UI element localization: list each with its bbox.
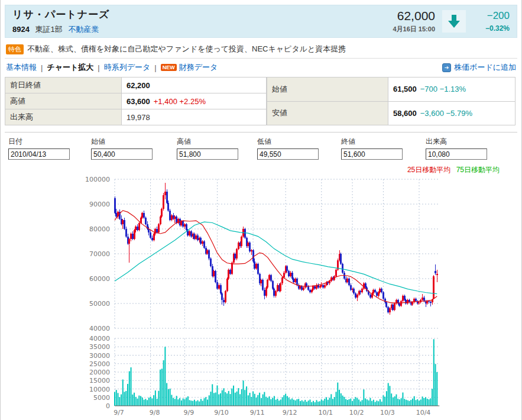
svg-text:20000: 20000 — [89, 369, 110, 376]
high-value: 63,600 — [127, 97, 150, 106]
quote-header: リサ・パートナーズ 8924 東証1部 不動産業 62,000 4月16日 15… — [5, 5, 517, 38]
tab-chart-enlarge[interactable]: チャート拡大 — [47, 62, 93, 73]
table-row: 始値 61,500−700 −1.13% — [267, 77, 515, 102]
svg-text:100000: 100000 — [85, 176, 110, 183]
tab-basic-info[interactable]: 基本情報 — [6, 62, 37, 73]
svg-text:70000: 70000 — [89, 250, 110, 258]
summary-table-left: 前日終値 62,200 高値 63,600+1,400 +2.25% 出来高 1… — [5, 77, 267, 125]
date-column: 日付 — [8, 137, 91, 160]
svg-text:9/8: 9/8 — [150, 409, 160, 416]
feature-badge: 特色 — [6, 44, 24, 54]
prev-close-label: 前日終値 — [5, 77, 122, 93]
table-row: 高値 63,600+1,400 +2.25% — [5, 93, 267, 109]
candlestick-volume-chart: 1000009000080000700006000050000400004000… — [5, 175, 517, 418]
nav-separator: | — [98, 63, 99, 72]
price-change: −200 — [473, 10, 510, 22]
open-column: 始値 — [91, 137, 177, 160]
svg-text:35000: 35000 — [89, 343, 110, 351]
svg-text:10/4: 10/4 — [416, 409, 431, 416]
low-input[interactable] — [257, 148, 319, 160]
add-board-area: ➔ 株価ボードに追加 — [442, 62, 516, 73]
svg-text:10/2: 10/2 — [349, 409, 364, 416]
stock-chart: 1000009000080000700006000050000400004000… — [5, 175, 517, 419]
ma75-legend-label: 75日移動平均 — [456, 166, 500, 174]
table-row: 出来高 19,978 — [5, 109, 267, 125]
volume-input[interactable] — [426, 148, 487, 160]
new-badge: NEW — [161, 64, 177, 71]
code-line: 8924 東証1部 不動産業 — [12, 24, 109, 35]
volume-label: 出来高 — [5, 109, 122, 125]
svg-text:9/12: 9/12 — [283, 409, 297, 416]
ma-legend: 25日移動平均 75日移動平均 — [5, 165, 517, 175]
svg-text:90000: 90000 — [89, 201, 110, 208]
close-column: 終値 — [341, 137, 426, 160]
high-input-label: 高値 — [177, 137, 257, 147]
volume-value: 19,978 — [127, 113, 150, 122]
company-block: リサ・パートナーズ 8924 東証1部 不動産業 — [12, 8, 109, 35]
low-value: 58,600 — [393, 109, 417, 118]
svg-text:25000: 25000 — [89, 360, 110, 368]
svg-text:9/9: 9/9 — [184, 409, 194, 416]
table-row: 安値 58,600−3,600 −5.79% — [267, 101, 515, 125]
high-column: 高値 — [177, 137, 257, 160]
date-input[interactable] — [8, 148, 70, 160]
price-change-pct: −0.32% — [473, 24, 510, 33]
high-label: 高値 — [5, 93, 122, 109]
low-input-label: 低値 — [257, 137, 341, 147]
svg-text:9/10: 9/10 — [214, 409, 229, 416]
open-input-label: 始値 — [91, 137, 177, 147]
volume-input-label: 出来高 — [426, 137, 508, 147]
low-label: 安値 — [267, 101, 388, 125]
stock-quote-page: リサ・パートナーズ 8924 東証1部 不動産業 62,000 4月16日 15… — [0, 0, 522, 420]
summary-tables: 前日終値 62,200 高値 63,600+1,400 +2.25% 出来高 1… — [5, 77, 517, 125]
ma25-legend-label: 25日移動平均 — [407, 166, 450, 174]
high-input[interactable] — [177, 148, 238, 160]
current-price: 62,000 — [393, 9, 435, 23]
price-direction-box — [442, 10, 466, 33]
low-change: −3,600 −5.79% — [420, 109, 472, 118]
tab-financial-data[interactable]: 財務データ — [179, 62, 218, 73]
feature-row: 特色 不動産、株式、債権を対象に自己勘定やファンドを使って投資、NECキャピタル… — [5, 41, 517, 59]
nav-separator: | — [154, 63, 156, 72]
industry-link[interactable]: 不動産業 — [68, 25, 99, 34]
high-change: +1,400 +2.25% — [154, 97, 206, 106]
exchange-label: 東証1部 — [35, 25, 63, 34]
svg-text:9/11: 9/11 — [250, 409, 265, 416]
open-value: 61,500 — [393, 85, 417, 93]
svg-text:9/7: 9/7 — [114, 409, 124, 416]
close-input-label: 終値 — [341, 137, 426, 147]
svg-text:10/3: 10/3 — [380, 409, 395, 416]
company-name: リサ・パートナーズ — [12, 8, 109, 21]
ohlc-input-row: 日付 始値 高値 低値 終値 出来高 — [5, 132, 517, 165]
price-block: 62,000 4月16日 15:00 — [393, 9, 435, 34]
tab-time-series[interactable]: 時系列データ — [104, 62, 151, 73]
add-board-icon: ➔ — [442, 63, 451, 72]
svg-text:30000: 30000 — [89, 352, 110, 360]
feature-text: 不動産、株式、債権を対象に自己勘定やファンドを使って投資、NECキャピタルと資本… — [27, 44, 346, 54]
svg-text:40000: 40000 — [89, 335, 110, 343]
svg-text:0: 0 — [106, 402, 110, 410]
svg-text:60000: 60000 — [89, 275, 110, 283]
open-change: −700 −1.13% — [420, 85, 466, 93]
open-input[interactable] — [91, 148, 153, 160]
section-nav: 基本情報 | チャート拡大 | 時系列データ | NEW 財務データ ➔ 株価ボ… — [5, 59, 517, 76]
stock-code: 8924 — [12, 25, 30, 34]
svg-text:40000: 40000 — [89, 325, 110, 332]
svg-text:80000: 80000 — [89, 225, 110, 233]
volume-column: 出来高 — [426, 137, 508, 160]
date-label: 日付 — [8, 137, 91, 147]
close-input[interactable] — [341, 148, 403, 160]
open-label: 始値 — [267, 77, 388, 102]
price-summary: 62,000 4月16日 15:00 −200 −0.32% — [393, 9, 510, 34]
svg-text:5000: 5000 — [93, 394, 110, 402]
svg-text:15000: 15000 — [89, 377, 110, 385]
change-block: −200 −0.32% — [473, 10, 510, 33]
prev-close-value: 62,200 — [127, 81, 150, 90]
price-datetime: 4月16日 15:00 — [393, 25, 435, 34]
add-board-link[interactable]: 株価ボードに追加 — [454, 62, 516, 73]
svg-text:50000: 50000 — [89, 300, 110, 308]
summary-table-right: 始値 61,500−700 −1.13% 安値 58,600−3,600 −5.… — [267, 77, 515, 125]
table-row: 前日終値 62,200 — [5, 77, 267, 93]
nav-separator: | — [41, 63, 43, 72]
svg-text:10/1: 10/1 — [318, 409, 333, 416]
